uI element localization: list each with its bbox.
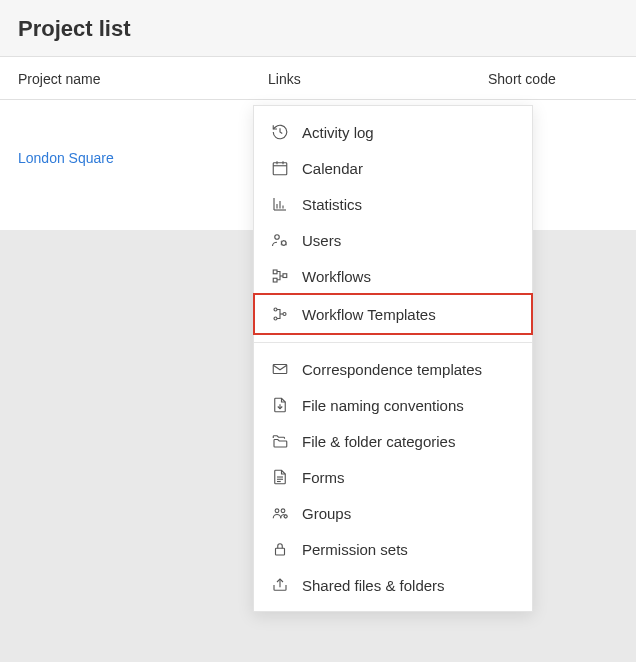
svg-point-12 <box>275 235 280 240</box>
menu-item-activity-log[interactable]: Activity log <box>254 114 532 150</box>
file-icon <box>270 395 290 415</box>
menu-label: Permission sets <box>302 541 408 558</box>
links-dropdown: Activity log Calendar Statistics Users W <box>253 105 533 612</box>
svg-point-19 <box>283 313 286 316</box>
svg-rect-28 <box>276 548 285 555</box>
header: Project list <box>0 0 636 57</box>
menu-item-groups[interactable]: Groups <box>254 495 532 531</box>
folders-icon <box>270 431 290 451</box>
share-icon <box>270 575 290 595</box>
menu-item-file-folder-categories[interactable]: File & folder categories <box>254 423 532 459</box>
menu-item-workflows[interactable]: Workflows <box>254 258 532 294</box>
menu-label: File & folder categories <box>302 433 455 450</box>
menu-item-correspondence-templates[interactable]: Correspondence templates <box>254 351 532 387</box>
svg-rect-16 <box>283 274 287 278</box>
menu-label: Shared files & folders <box>302 577 445 594</box>
menu-label: Workflows <box>302 268 371 285</box>
svg-point-26 <box>281 509 285 513</box>
dropdown-section-2: Correspondence templates File naming con… <box>254 343 532 611</box>
table-header-row: Project name Links Short code <box>0 57 636 100</box>
stats-icon <box>270 194 290 214</box>
menu-label: Workflow Templates <box>302 306 436 323</box>
calendar-icon <box>270 158 290 178</box>
menu-label: Forms <box>302 469 345 486</box>
workflow-templates-icon <box>270 304 290 324</box>
menu-item-file-naming[interactable]: File naming conventions <box>254 387 532 423</box>
workflows-icon <box>270 266 290 286</box>
menu-label: Statistics <box>302 196 362 213</box>
menu-label: File naming conventions <box>302 397 464 414</box>
mail-icon <box>270 359 290 379</box>
svg-rect-0 <box>273 163 287 175</box>
menu-label: Correspondence templates <box>302 361 482 378</box>
menu-item-users[interactable]: Users <box>254 222 532 258</box>
menu-item-workflow-templates[interactable]: Workflow Templates <box>254 294 532 334</box>
svg-rect-14 <box>273 270 277 274</box>
history-icon <box>270 122 290 142</box>
menu-label: Users <box>302 232 341 249</box>
svg-rect-20 <box>273 365 287 374</box>
menu-label: Calendar <box>302 160 363 177</box>
menu-item-calendar[interactable]: Calendar <box>254 150 532 186</box>
menu-label: Activity log <box>302 124 374 141</box>
svg-point-17 <box>274 308 277 311</box>
project-name-link[interactable]: London Square <box>18 150 268 166</box>
page-title: Project list <box>18 16 618 42</box>
users-icon <box>270 230 290 250</box>
svg-rect-15 <box>273 278 277 282</box>
groups-icon <box>270 503 290 523</box>
form-icon <box>270 467 290 487</box>
menu-item-forms[interactable]: Forms <box>254 459 532 495</box>
menu-label: Groups <box>302 505 351 522</box>
col-header-name[interactable]: Project name <box>18 71 268 87</box>
svg-point-18 <box>274 317 277 320</box>
menu-item-statistics[interactable]: Statistics <box>254 186 532 222</box>
col-header-code[interactable]: Short code <box>488 71 618 87</box>
col-header-links[interactable]: Links <box>268 71 488 87</box>
lock-icon <box>270 539 290 559</box>
svg-point-27 <box>284 515 287 518</box>
menu-item-permission-sets[interactable]: Permission sets <box>254 531 532 567</box>
dropdown-section-1: Activity log Calendar Statistics Users W <box>254 106 532 342</box>
svg-point-25 <box>275 509 279 513</box>
menu-item-shared-files[interactable]: Shared files & folders <box>254 567 532 603</box>
